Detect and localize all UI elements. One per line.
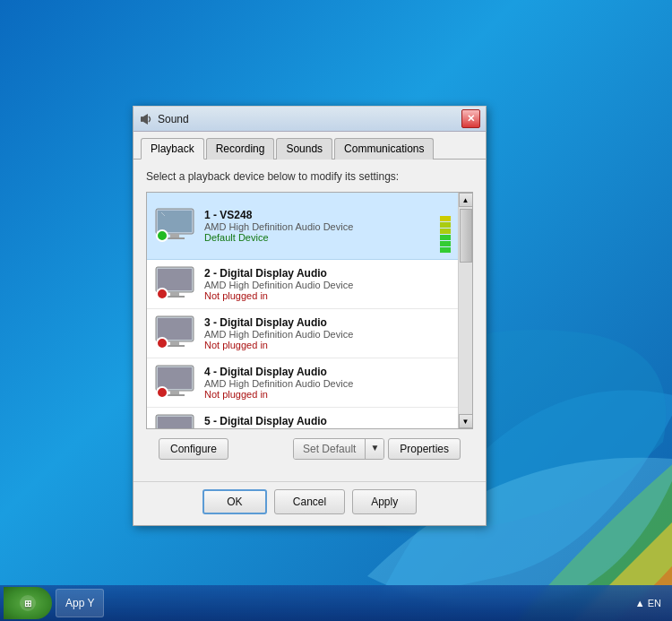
level-bar <box>440 235 451 240</box>
device-icon-wrap-2 <box>154 266 197 302</box>
scrollbar-up-button[interactable]: ▲ <box>459 193 473 207</box>
device-icon-wrap-1 <box>154 208 197 244</box>
device-name-4: 4 - Digital Display Audio <box>204 366 451 378</box>
device-info-4: 4 - Digital Display Audio AMD High Defin… <box>204 366 451 400</box>
device-status-4: Not plugged in <box>204 389 451 400</box>
set-default-button[interactable]: Set Default <box>294 439 366 459</box>
device-driver-1: AMD High Definition Audio Device <box>204 221 436 232</box>
taskbar-clock: ▲ EN <box>635 598 661 608</box>
tab-sounds[interactable]: Sounds <box>276 138 332 160</box>
properties-button[interactable]: Properties <box>388 438 461 460</box>
device-list-container: 1 - VS248 AMD High Definition Audio Devi… <box>146 192 473 429</box>
svg-rect-21 <box>158 417 192 428</box>
taskbar-app-y-label: App Y <box>65 597 94 609</box>
dialog-description: Select a playback device below to modify… <box>146 170 473 183</box>
sound-icon <box>139 112 153 126</box>
level-bar <box>440 247 451 253</box>
bottom-buttons: Configure Set Default ▼ Properties <box>146 429 473 470</box>
device-driver-3: AMD High Definition Audio Device <box>204 329 451 340</box>
dialog-actions: OK Cancel Apply <box>134 481 486 525</box>
status-badge-2 <box>156 288 168 300</box>
device-info-3: 3 - Digital Display Audio AMD High Defin… <box>204 316 451 350</box>
scrollbar-thumb[interactable] <box>460 209 472 263</box>
device-name-5: 5 - Digital Display Audio <box>204 415 451 427</box>
title-bar: Sound ✕ <box>134 107 486 132</box>
sound-dialog: Sound ✕ Playback Recording Sounds Commun… <box>133 106 487 526</box>
dialog-title: Sound <box>158 113 461 125</box>
device-driver-5: AMD High Definition Audio Device <box>204 427 451 428</box>
device-icon-wrap-5 <box>154 414 197 428</box>
device-driver-4: AMD High Definition Audio Device <box>204 378 451 389</box>
device-driver-2: AMD High Definition Audio Device <box>204 280 451 290</box>
taskbar: ⊞ App Y ▲ EN <box>0 585 672 621</box>
svg-rect-0 <box>141 116 143 122</box>
device-item-2[interactable]: 2 - Digital Display Audio AMD High Defin… <box>147 260 458 309</box>
svg-rect-14 <box>170 341 179 345</box>
device-status-3: Not plugged in <box>204 340 451 350</box>
status-badge-4 <box>156 386 168 399</box>
level-bar <box>440 241 451 246</box>
cancel-button[interactable]: Cancel <box>274 489 345 514</box>
device-item-4[interactable]: 4 - Digital Display Audio AMD High Defin… <box>147 358 458 408</box>
device-info-1: 1 - VS248 AMD High Definition Audio Devi… <box>204 209 436 243</box>
svg-rect-10 <box>170 292 179 296</box>
status-badge-default-1 <box>156 229 168 242</box>
level-bar <box>440 229 451 234</box>
tab-playback[interactable]: Playback <box>141 138 204 160</box>
svg-rect-18 <box>170 391 179 394</box>
device-status-2: Not plugged in <box>204 290 451 301</box>
tabs-bar: Playback Recording Sounds Communications <box>134 132 486 160</box>
device-info-2: 2 - Digital Display Audio AMD High Defin… <box>204 267 451 301</box>
device-status-1: Default Device <box>204 232 436 243</box>
level-bar <box>440 222 451 228</box>
svg-rect-5 <box>170 234 179 237</box>
apply-button[interactable]: Apply <box>352 489 417 514</box>
device-item-5[interactable]: 5 - Digital Display Audio AMD High Defin… <box>147 408 458 428</box>
device-name-1: 1 - VS248 <box>204 209 436 221</box>
ok-button[interactable]: OK <box>202 489 267 514</box>
svg-marker-1 <box>143 114 148 125</box>
set-default-dropdown-arrow[interactable]: ▼ <box>366 439 383 459</box>
start-button[interactable]: ⊞ <box>4 587 52 619</box>
configure-button[interactable]: Configure <box>159 438 228 460</box>
set-default-wrap: Set Default ▼ <box>293 438 384 460</box>
status-badge-3 <box>156 337 168 349</box>
device-list: 1 - VS248 AMD High Definition Audio Devi… <box>147 193 458 428</box>
device-name-2: 2 - Digital Display Audio <box>204 267 451 280</box>
taskbar-right: ▲ EN <box>635 598 668 608</box>
device-icon-wrap-3 <box>154 315 197 351</box>
list-scrollbar: ▲ ▼ <box>458 193 472 428</box>
device-icon-wrap-4 <box>154 365 197 401</box>
tab-recording[interactable]: Recording <box>206 138 275 160</box>
tab-communications[interactable]: Communications <box>334 138 434 160</box>
dialog-body: Select a playback device below to modify… <box>134 160 486 481</box>
btn-group-right: Set Default ▼ Properties <box>293 438 461 460</box>
close-button[interactable]: ✕ <box>461 109 480 128</box>
start-orb-icon: ⊞ <box>19 594 37 612</box>
level-bar <box>440 216 451 221</box>
scrollbar-track <box>459 207 472 414</box>
svg-text:⊞: ⊞ <box>24 599 31 608</box>
level-meter-1 <box>440 199 451 253</box>
scrollbar-down-button[interactable]: ▼ <box>459 414 473 428</box>
taskbar-app-y[interactable]: App Y <box>56 589 104 617</box>
device-item-1[interactable]: 1 - VS248 AMD High Definition Audio Devi… <box>147 193 458 260</box>
device-name-3: 3 - Digital Display Audio <box>204 316 451 329</box>
monitor-icon-5 <box>154 414 195 428</box>
device-info-5: 5 - Digital Display Audio AMD High Defin… <box>204 415 451 428</box>
device-item-3[interactable]: 3 - Digital Display Audio AMD High Defin… <box>147 309 458 358</box>
